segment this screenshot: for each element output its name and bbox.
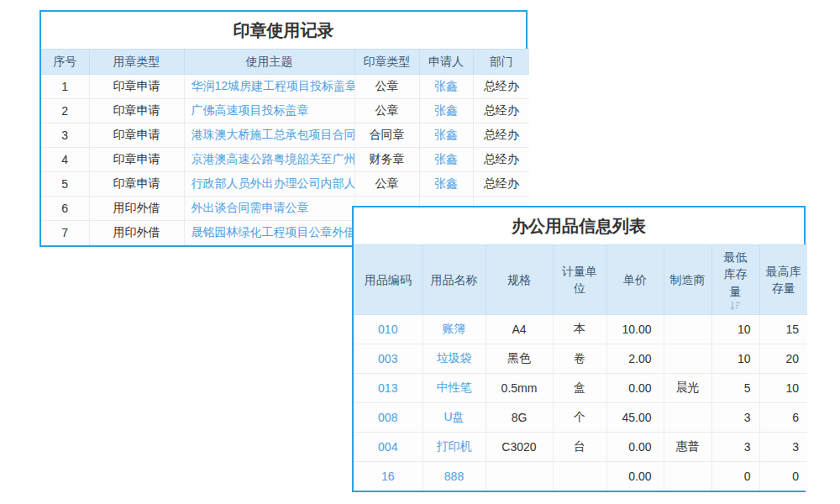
cell-value: 1	[41, 75, 89, 99]
cell-link[interactable]: 中性笔	[423, 373, 486, 402]
table-row: 5印章申请行政部人员外出办理公司内部人员社公章张鑫总经办	[41, 172, 529, 197]
cell-value: 公章	[354, 99, 419, 123]
cell-value: 用印外借	[89, 221, 184, 245]
cell-link[interactable]: 外出谈合同需申请公章	[184, 197, 354, 221]
sort-amount-icon	[730, 301, 741, 311]
column-header-label: 部门	[490, 55, 513, 68]
column-header-max-stock[interactable]: 最高库存量	[759, 245, 807, 315]
cell-link[interactable]: 张鑫	[419, 99, 473, 123]
cell-value	[664, 344, 711, 373]
cell-link[interactable]: 003	[354, 344, 423, 373]
cell-link[interactable]: 013	[354, 373, 423, 402]
column-header-label: 最高库存量	[766, 265, 801, 295]
cell-value: 3	[711, 402, 759, 432]
column-header-no: 序号	[41, 50, 89, 75]
column-header-label: 序号	[53, 55, 76, 68]
supplies-table-header-row: 用品编码用品名称规格计量单位单价制造商最低库存量最高库存量	[354, 245, 807, 315]
cell-value	[664, 402, 711, 432]
cell-link[interactable]: 888	[423, 461, 486, 491]
cell-value: 印章申请	[89, 99, 184, 123]
cell-value: 6	[759, 402, 807, 432]
cell-link[interactable]: 广佛高速项目投标盖章	[184, 99, 354, 123]
column-header-label: 印章类型	[364, 55, 411, 68]
table-row: 4印章申请京港澳高速公路粤境韶关至广州互通财务章张鑫总经办	[41, 148, 529, 172]
cell-link[interactable]: U盘	[423, 402, 486, 432]
cell-value: 8G	[486, 402, 553, 432]
table-row: 003垃圾袋黑色卷2.001020	[354, 344, 807, 373]
cell-link[interactable]: 华润12城房建工程项目投标盖章	[184, 75, 354, 99]
table-row: 1印章申请华润12城房建工程项目投标盖章公章张鑫总经办	[41, 75, 529, 99]
cell-value: 印章申请	[89, 75, 184, 99]
column-header-label: 制造商	[670, 273, 706, 286]
cell-link[interactable]: 008	[354, 402, 423, 432]
cell-value: 台	[553, 432, 606, 461]
cell-value: 10	[711, 344, 759, 373]
cell-value: 0.00	[606, 461, 664, 491]
column-header-manufacturer[interactable]: 制造商	[664, 245, 711, 315]
cell-value	[486, 461, 553, 491]
cell-link[interactable]: 垃圾袋	[423, 344, 486, 373]
table-row: 013中性笔0.5mm盒0.00晨光510	[354, 373, 807, 402]
cell-value: 0.5mm	[486, 373, 553, 402]
cell-value: 总经办	[473, 123, 529, 148]
table-row: 3印章申请港珠澳大桥施工总承包项目合同盖章合同章张鑫总经办	[41, 123, 529, 148]
column-header-subject: 使用主题	[184, 50, 354, 75]
cell-link[interactable]: 晟铭园林绿化工程项目公章外借	[184, 221, 354, 245]
cell-value: 0	[711, 461, 759, 491]
cell-link[interactable]: 张鑫	[419, 148, 473, 172]
cell-value: 0.00	[606, 432, 664, 461]
cell-value: 45.00	[606, 402, 664, 432]
column-header-usage-type: 用章类型	[89, 50, 184, 75]
column-header-label: 使用主题	[246, 55, 293, 68]
cell-value: 用印外借	[89, 197, 184, 221]
cell-link[interactable]: 打印机	[423, 432, 486, 461]
cell-value: 公章	[354, 75, 419, 99]
cell-link[interactable]: 16	[354, 461, 423, 491]
table-row: 004打印机C3020台0.00惠普33	[354, 432, 807, 461]
column-header-item-name[interactable]: 用品名称	[423, 245, 486, 315]
cell-value: 印章申请	[89, 148, 184, 172]
cell-value: A4	[486, 314, 553, 344]
column-header-item-code[interactable]: 用品编码	[354, 245, 423, 315]
cell-value: C3020	[486, 432, 553, 461]
cell-link[interactable]: 港珠澳大桥施工总承包项目合同盖章	[184, 123, 354, 148]
cell-value: 2.00	[606, 344, 664, 373]
supplies-table-title: 办公用品信息列表	[354, 207, 804, 244]
cell-value: 7	[41, 221, 89, 245]
column-header-spec[interactable]: 规格	[486, 245, 553, 315]
column-header-seal-type: 印章类型	[354, 50, 419, 75]
cell-value: 总经办	[473, 172, 529, 197]
cell-value: 3	[711, 432, 759, 461]
cell-value: 10	[759, 373, 807, 402]
column-header-department: 部门	[473, 50, 529, 75]
column-header-label: 最低库存量	[724, 250, 748, 298]
column-header-unit-price[interactable]: 单价	[606, 245, 664, 315]
cell-value: 0.00	[606, 373, 664, 402]
cell-value: 合同章	[354, 123, 419, 148]
cell-link[interactable]: 张鑫	[419, 123, 473, 148]
cell-link[interactable]: 行政部人员外出办理公司内部人员社	[184, 172, 354, 197]
column-header-label: 规格	[507, 273, 531, 286]
cell-value: 总经办	[473, 148, 529, 172]
column-header-unit[interactable]: 计量单位	[553, 245, 606, 315]
cell-value	[664, 461, 711, 491]
cell-link[interactable]: 张鑫	[419, 75, 473, 99]
cell-link[interactable]: 京港澳高速公路粤境韶关至广州互通	[184, 148, 354, 172]
table-row: 168880.0000	[354, 461, 807, 491]
column-header-label: 计量单位	[562, 265, 597, 295]
cell-link[interactable]: 账簿	[423, 314, 486, 344]
supplies-table-body: 010账簿A4本10.001015003垃圾袋黑色卷2.001020013中性笔…	[354, 314, 807, 491]
cell-value: 3	[41, 123, 89, 148]
cell-value: 黑色	[486, 344, 553, 373]
column-header-min-stock[interactable]: 最低库存量	[711, 245, 759, 315]
cell-value: 20	[759, 344, 807, 373]
cell-value: 10	[711, 314, 759, 344]
cell-link[interactable]: 010	[354, 314, 423, 344]
cell-link[interactable]: 张鑫	[419, 172, 473, 197]
cell-value: 3	[759, 432, 807, 461]
column-header-label: 用品名称	[431, 273, 478, 286]
cell-link[interactable]: 004	[354, 432, 423, 461]
office-supplies-panel: 办公用品信息列表 用品编码用品名称规格计量单位单价制造商最低库存量最高库存量 0…	[352, 206, 806, 492]
cell-value: 5	[41, 172, 89, 197]
office-supplies-table: 用品编码用品名称规格计量单位单价制造商最低库存量最高库存量 010账簿A4本10…	[354, 244, 807, 491]
